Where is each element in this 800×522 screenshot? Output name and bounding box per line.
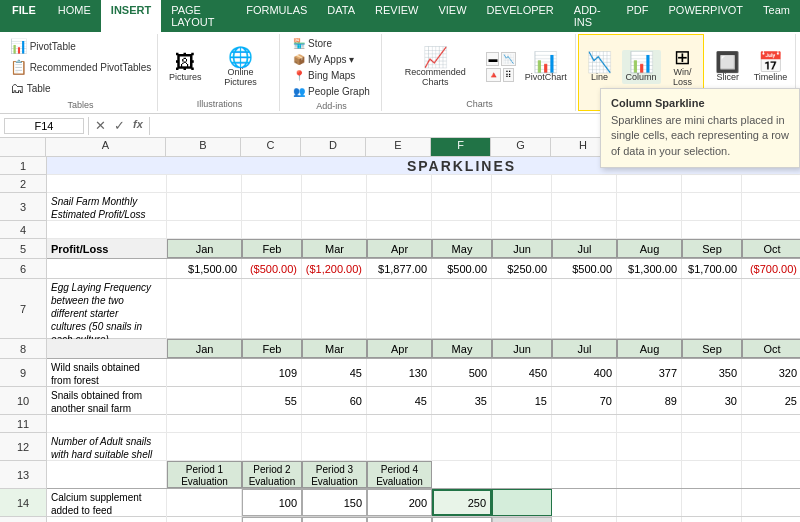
tab-team[interactable]: Team: [753, 0, 800, 32]
cell-b2[interactable]: [167, 175, 242, 192]
cell-f14[interactable]: 250: [432, 489, 492, 516]
cell-g13[interactable]: [492, 461, 552, 488]
table-btn[interactable]: 🗂 Table: [6, 78, 55, 98]
cell-e11[interactable]: [367, 415, 432, 432]
cell-f4[interactable]: [432, 221, 492, 238]
recommended-pivottables-btn[interactable]: 📋 Recommended PivotTables: [6, 57, 156, 77]
row-header-7[interactable]: 7: [0, 279, 46, 339]
cell-d10[interactable]: 60: [302, 387, 367, 414]
cell-a13[interactable]: [47, 461, 167, 488]
cell-a14[interactable]: Calcium supplementadded to feed: [47, 489, 167, 517]
cell-k2[interactable]: [742, 175, 800, 192]
cell-b7[interactable]: [167, 279, 242, 338]
row-header-9[interactable]: 9: [0, 359, 46, 387]
cell-j14[interactable]: [682, 489, 742, 516]
cell-j5[interactable]: Sep: [682, 239, 742, 258]
row-header-10[interactable]: 10: [0, 387, 46, 415]
column-sparkline-btn[interactable]: 📊 Column: [622, 50, 661, 84]
cell-a11[interactable]: [47, 415, 167, 432]
cell-f12[interactable]: [432, 433, 492, 460]
cell-h6[interactable]: $500.00: [552, 259, 617, 278]
cell-c5[interactable]: Feb: [242, 239, 302, 258]
cell-d13[interactable]: Period 3Evaluation: [302, 461, 367, 488]
cell-b8[interactable]: Jan: [167, 339, 242, 358]
cell-h10[interactable]: 70: [552, 387, 617, 414]
pictures-btn[interactable]: 🖼 Pictures: [166, 50, 204, 84]
col-header-b[interactable]: B: [166, 138, 241, 156]
cell-c3[interactable]: [242, 193, 302, 220]
cell-k8[interactable]: Oct: [742, 339, 800, 358]
cell-j13[interactable]: [682, 461, 742, 488]
cell-e12[interactable]: [367, 433, 432, 460]
bar-chart-icon[interactable]: ▬: [486, 52, 499, 66]
cell-f13[interactable]: [432, 461, 492, 488]
cell-a10[interactable]: Snails obtained fromanother snail farm: [47, 387, 167, 415]
cell-f15[interactable]: 75: [432, 517, 492, 522]
cell-d5[interactable]: Mar: [302, 239, 367, 258]
cell-k9[interactable]: 320: [742, 359, 800, 386]
cell-a2[interactable]: [47, 175, 167, 192]
cell-d2[interactable]: [302, 175, 367, 192]
cell-j15[interactable]: [682, 517, 742, 522]
cell-c12[interactable]: [242, 433, 302, 460]
cell-e3[interactable]: [367, 193, 432, 220]
col-header-c[interactable]: C: [241, 138, 301, 156]
line-sparkline-btn[interactable]: 📉 Line: [582, 50, 618, 84]
cell-e6[interactable]: $1,877.00: [367, 259, 432, 278]
cell-a6[interactable]: [47, 259, 167, 278]
cell-f8[interactable]: May: [432, 339, 492, 358]
myapps-btn[interactable]: 📦 My Apps ▾: [289, 52, 358, 67]
cell-k5[interactable]: Oct: [742, 239, 800, 258]
cell-b3[interactable]: [167, 193, 242, 220]
cell-f5[interactable]: May: [432, 239, 492, 258]
cell-i8[interactable]: Aug: [617, 339, 682, 358]
cell-h9[interactable]: 400: [552, 359, 617, 386]
cell-k3[interactable]: [742, 193, 800, 220]
cell-a15[interactable]: Standard feed: [47, 517, 167, 522]
cell-b11[interactable]: [167, 415, 242, 432]
cell-j2[interactable]: [682, 175, 742, 192]
cell-b6[interactable]: $1,500.00: [167, 259, 242, 278]
winloss-sparkline-btn[interactable]: ⊞ Win/Loss: [665, 45, 701, 89]
row-header-12[interactable]: 12: [0, 433, 46, 461]
cell-i7[interactable]: [617, 279, 682, 338]
cell-b12[interactable]: [167, 433, 242, 460]
row-header-3[interactable]: 3: [0, 193, 46, 221]
tab-view[interactable]: VIEW: [428, 0, 476, 32]
slicer-btn[interactable]: 🔲 Slicer: [710, 50, 746, 84]
scatter-icon[interactable]: ⠿: [503, 68, 514, 82]
cell-h8[interactable]: Jul: [552, 339, 617, 358]
cell-e9[interactable]: 130: [367, 359, 432, 386]
tab-insert[interactable]: INSERT: [101, 0, 161, 32]
pivotchart-btn[interactable]: 📊 PivotChart: [522, 50, 569, 84]
cell-a12[interactable]: Number of Adult snailswith hard suitable…: [47, 433, 167, 461]
row-header-6[interactable]: 6: [0, 259, 46, 279]
cell-j8[interactable]: Sep: [682, 339, 742, 358]
cell-h7[interactable]: [552, 279, 617, 338]
cell-i3[interactable]: [617, 193, 682, 220]
cell-g6[interactable]: $250.00: [492, 259, 552, 278]
cell-i12[interactable]: [617, 433, 682, 460]
row-header-11[interactable]: 11: [0, 415, 46, 433]
cell-a4[interactable]: [47, 221, 167, 238]
cell-c8[interactable]: Feb: [242, 339, 302, 358]
cell-k11[interactable]: [742, 415, 800, 432]
cell-g2[interactable]: [492, 175, 552, 192]
cell-i15[interactable]: [617, 517, 682, 522]
cell-g14[interactable]: [492, 489, 552, 516]
cell-c13[interactable]: Period 2Evaluation: [242, 461, 302, 488]
cell-i6[interactable]: $1,300.00: [617, 259, 682, 278]
cell-h4[interactable]: [552, 221, 617, 238]
cell-f11[interactable]: [432, 415, 492, 432]
cell-d4[interactable]: [302, 221, 367, 238]
cell-d11[interactable]: [302, 415, 367, 432]
cell-e15[interactable]: 70: [367, 517, 432, 522]
cell-k4[interactable]: [742, 221, 800, 238]
cell-b5[interactable]: Jan: [167, 239, 242, 258]
cell-h5[interactable]: Jul: [552, 239, 617, 258]
cell-e13[interactable]: Period 4Evaluation: [367, 461, 432, 488]
cell-g8[interactable]: Jun: [492, 339, 552, 358]
bingmaps-btn[interactable]: 📍 Bing Maps: [289, 68, 359, 83]
cell-c11[interactable]: [242, 415, 302, 432]
cell-h3[interactable]: [552, 193, 617, 220]
